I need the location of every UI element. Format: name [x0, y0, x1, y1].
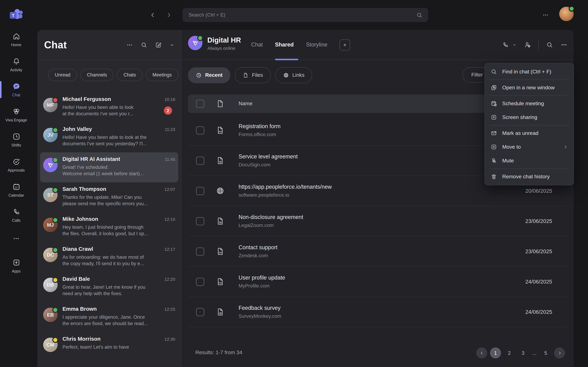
menu-item-mark-as-unread[interactable]: Mark as unread — [485, 126, 574, 140]
view-button-label: Files — [252, 72, 263, 78]
back-icon[interactable] — [149, 12, 156, 18]
sidebar-item-chat[interactable]: Chat — [0, 77, 33, 102]
search-icon[interactable] — [416, 12, 423, 18]
menu-divider — [489, 80, 569, 80]
globe-icon — [283, 72, 289, 78]
search-input[interactable] — [188, 12, 416, 18]
conversation-name: Sarah Thompson — [62, 186, 106, 192]
row-checkbox[interactable] — [196, 126, 204, 134]
table-row[interactable]: WNon-disclosure agreementLegalZoom.com23… — [188, 206, 567, 236]
conversation-top-row: Digital HR AI Assistant11:45 — [62, 156, 175, 162]
conversation-item[interactable]: Digital HR AI Assistant11:45Great! I've … — [40, 152, 178, 182]
conversation-more-icon[interactable] — [561, 41, 568, 48]
chat-search-icon[interactable] — [141, 42, 147, 48]
file-icon — [216, 99, 225, 108]
files-button[interactable]: Files — [235, 67, 271, 83]
rail-more-icon[interactable] — [0, 233, 33, 245]
table-row[interactable]: WFeedback surveySurveyMonkey.com24/06/20… — [188, 297, 567, 327]
add-tab-button[interactable] — [340, 39, 350, 50]
sidebar-item-approvals[interactable]: Approvals — [0, 152, 33, 177]
sidebar-item-calendar[interactable]: Calendar — [0, 177, 33, 202]
svg-text:PDF: PDF — [219, 282, 222, 284]
page-3[interactable]: 3 — [518, 347, 528, 359]
tab-storyline[interactable]: Storyline — [306, 42, 327, 48]
sidebar-item-viva-engage[interactable]: Viva Engage — [0, 102, 33, 127]
menu-item-open-in-a-new-window[interactable]: Open in a new window — [485, 81, 574, 94]
item-name-cell: Service level agreementDocuSign.com — [239, 154, 298, 167]
call-options-chevron-icon[interactable] — [512, 42, 517, 47]
conversation-item[interactable]: MJMike Johnson12:10Hey team, I just fini… — [40, 212, 178, 242]
add-person-icon[interactable] — [524, 41, 531, 48]
svg-text:W: W — [219, 160, 222, 163]
conversation-item[interactable]: JVJohn Valley11:23Hello! Have you been a… — [40, 122, 178, 152]
sidebar-item-calls[interactable]: Calls — [0, 202, 33, 227]
page-1[interactable]: 1 — [490, 347, 501, 359]
user-avatar[interactable] — [559, 7, 574, 21]
svg-text:PDF: PDF — [219, 131, 222, 133]
links-button[interactable]: Links — [275, 67, 312, 83]
file-pdf-icon: PDF — [216, 126, 225, 135]
menu-item-move-to[interactable]: Move to — [485, 140, 574, 154]
teams-logo: T — [8, 8, 25, 23]
row-checkbox[interactable] — [196, 217, 204, 225]
window-more-icon[interactable] — [542, 12, 549, 18]
select-all-checkbox[interactable] — [196, 100, 204, 108]
menu-item-find-in-chat-ctrl-f[interactable]: Find in chat (Ctrl + F) — [485, 65, 574, 79]
menu-item-remove-chat-history[interactable]: Remove chat history — [485, 170, 574, 184]
chat-more-icon[interactable] — [126, 42, 133, 48]
menu-item-schedule-meeting[interactable]: Schedule meeting — [485, 97, 574, 110]
next-page-button[interactable] — [554, 347, 565, 359]
conversation-time: 12:07 — [162, 187, 175, 192]
row-checkbox[interactable] — [196, 187, 204, 195]
app-rail: T HomeActivityChatViva EngageShiftsAppro… — [0, 0, 33, 367]
global-search[interactable] — [182, 8, 428, 22]
conversation-item[interactable]: STSarah Thompson12:07Thanks for the upda… — [40, 182, 178, 212]
sidebar-item-shifts[interactable]: Shifts — [0, 127, 33, 152]
table-row[interactable]: PDFContact supportZendesk.com23/06/2025 — [188, 236, 567, 267]
chevron-down-icon[interactable] — [169, 42, 175, 48]
conversation-item[interactable]: MFMichael Fergusson10:18Hello! Have you … — [40, 92, 178, 122]
forward-icon[interactable] — [165, 12, 172, 18]
row-checkbox[interactable] — [196, 156, 204, 165]
conversation-name: Mike Johnson — [62, 216, 98, 222]
conversation-item[interactable]: DCDiana Crawl12:17As for onboarding: we … — [40, 242, 178, 272]
page-2[interactable]: 2 — [504, 347, 515, 359]
conversation-body: David Bale12:20Great to hear, Jane! Let … — [62, 276, 175, 302]
menu-item-label: Open in a new window — [502, 84, 555, 91]
row-checkbox[interactable] — [196, 277, 204, 286]
menu-item-mute[interactable]: Mute — [485, 154, 574, 167]
row-checkbox[interactable] — [196, 247, 204, 256]
chat-icon — [12, 82, 20, 90]
results-count: Results: 1-7 from 34 — [195, 350, 242, 356]
tab-shared[interactable]: Shared — [275, 42, 294, 48]
item-date: 23/06/2025 — [525, 248, 552, 255]
mic-off-icon — [491, 158, 497, 164]
recent-button[interactable]: Recent — [188, 67, 230, 83]
prev-page-button[interactable] — [476, 347, 487, 359]
chat-filter-unread[interactable]: Unread — [48, 69, 77, 81]
find-in-chat-icon[interactable] — [546, 41, 553, 48]
sidebar-item-apps[interactable]: Apps — [0, 253, 33, 278]
new-chat-icon[interactable] — [155, 42, 162, 48]
sidebar-item-home[interactable]: Home — [0, 27, 33, 52]
call-icon[interactable] — [502, 41, 509, 48]
conversation-item[interactable]: CMChris Morrison12:30Perfect, team! Let'… — [40, 332, 178, 362]
tab-chat[interactable]: Chat — [251, 42, 263, 48]
chat-filter-chats[interactable]: Chats — [117, 69, 142, 81]
menu-item-screen-sharing[interactable]: Screen sharing — [485, 110, 574, 124]
conversation-time: 12:30 — [162, 337, 175, 342]
table-row[interactable]: PDFUser profile updateMyProfile.com24/06… — [188, 267, 567, 297]
conversation-preview: Great! I've scheduled:Welcome email (1 w… — [62, 164, 175, 177]
chat-filter-meetings[interactable]: Meetings — [146, 69, 178, 81]
chat-filter-channels[interactable]: Channels — [80, 69, 113, 81]
conversation-item[interactable]: DBDavid Bale12:20Great to hear, Jane! Le… — [40, 272, 178, 302]
page-5[interactable]: 5 — [540, 347, 551, 359]
sidebar-item-activity[interactable]: Activity — [0, 52, 33, 77]
conversation-top-row: David Bale12:20 — [62, 276, 175, 282]
conversation-body: Chris Morrison12:30Perfect, team! Let's … — [62, 336, 175, 362]
conversation-top-row: Mike Johnson12:10 — [62, 216, 175, 222]
context-menu: Find in chat (Ctrl + F)Open in a new win… — [484, 63, 574, 185]
conversation-item[interactable]: EBEmma Brown12:25I appreciate your dilig… — [40, 302, 178, 332]
row-checkbox[interactable] — [196, 308, 204, 316]
item-name: Service level agreement — [239, 154, 298, 160]
